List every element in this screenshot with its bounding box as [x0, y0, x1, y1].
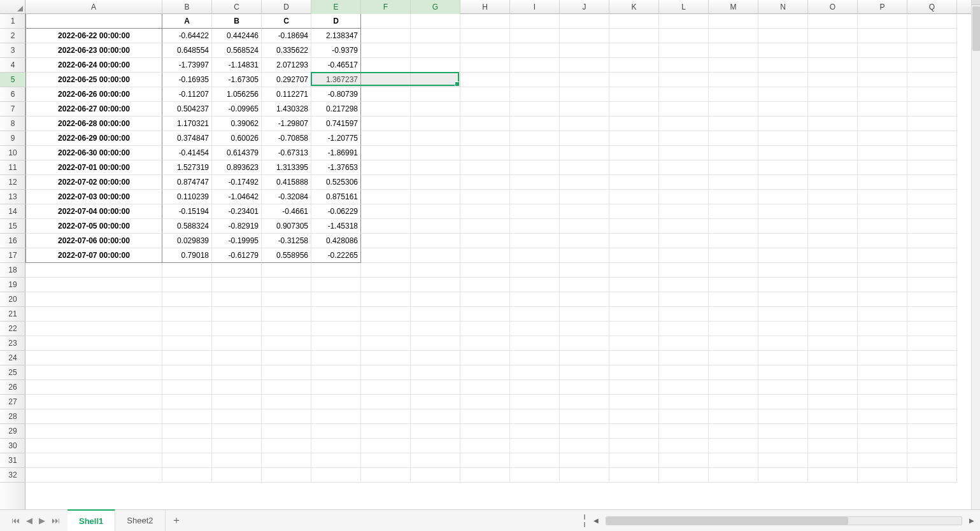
cell-I12[interactable] [510, 175, 560, 190]
cell-J12[interactable] [560, 175, 609, 190]
row-header-2[interactable]: 2 [0, 29, 25, 43]
column-header-Q[interactable]: Q [907, 0, 957, 14]
cell-A9[interactable]: 2022-06-29 00:00:00 [25, 131, 162, 146]
cell-O4[interactable] [808, 58, 858, 73]
column-header-F[interactable]: F [361, 0, 411, 14]
cell-H17[interactable] [460, 248, 510, 263]
cell-L4[interactable] [659, 58, 709, 73]
cell-I26[interactable] [510, 380, 560, 395]
cell-G10[interactable] [411, 146, 460, 160]
cell-G3[interactable] [411, 43, 460, 58]
cell-C11[interactable]: 0.893623 [212, 160, 262, 175]
cell-K21[interactable] [609, 307, 659, 322]
cell-F6[interactable] [361, 87, 411, 102]
cell-J15[interactable] [560, 219, 609, 234]
cell-O2[interactable] [808, 29, 858, 43]
cell-D14[interactable]: -0.4661 [262, 204, 311, 219]
cell-M3[interactable] [709, 43, 758, 58]
cell-O14[interactable] [808, 204, 858, 219]
cell-B19[interactable] [162, 278, 212, 292]
cell-A6[interactable]: 2022-06-26 00:00:00 [25, 87, 162, 102]
row-header-6[interactable]: 6 [0, 87, 25, 102]
cell-C2[interactable]: 0.442446 [212, 29, 262, 43]
cell-E8[interactable]: 0.741597 [311, 117, 361, 131]
cell-C10[interactable]: 0.614379 [212, 146, 262, 160]
cell-J29[interactable] [560, 424, 609, 439]
cell-K22[interactable] [609, 322, 659, 336]
cell-L28[interactable] [659, 409, 709, 424]
cell-O12[interactable] [808, 175, 858, 190]
cell-Q30[interactable] [907, 439, 957, 453]
cell-J14[interactable] [560, 204, 609, 219]
cell-D4[interactable]: 2.071293 [262, 58, 311, 73]
cell-P31[interactable] [858, 453, 907, 468]
cell-Q1[interactable] [907, 14, 957, 29]
cell-M8[interactable] [709, 117, 758, 131]
cell-D2[interactable]: -0.18694 [262, 29, 311, 43]
cell-E22[interactable] [311, 322, 361, 336]
cell-D10[interactable]: -0.67313 [262, 146, 311, 160]
cell-M12[interactable] [709, 175, 758, 190]
cell-E12[interactable]: 0.525306 [311, 175, 361, 190]
cell-C18[interactable] [212, 263, 262, 278]
cell-B14[interactable]: -0.15194 [162, 204, 212, 219]
cell-D17[interactable]: 0.558956 [262, 248, 311, 263]
cell-H30[interactable] [460, 439, 510, 453]
cell-O30[interactable] [808, 439, 858, 453]
cell-P24[interactable] [858, 351, 907, 365]
cell-C7[interactable]: -0.09965 [212, 102, 262, 117]
cell-P26[interactable] [858, 380, 907, 395]
cell-A14[interactable]: 2022-07-04 00:00:00 [25, 204, 162, 219]
cell-L23[interactable] [659, 336, 709, 351]
cell-Q13[interactable] [907, 190, 957, 204]
cell-G29[interactable] [411, 424, 460, 439]
cell-H2[interactable] [460, 29, 510, 43]
cell-F28[interactable] [361, 409, 411, 424]
cell-I27[interactable] [510, 395, 560, 409]
cell-I1[interactable] [510, 14, 560, 29]
cell-N27[interactable] [758, 395, 808, 409]
cell-H32[interactable] [460, 468, 510, 483]
cell-O26[interactable] [808, 380, 858, 395]
cell-P32[interactable] [858, 468, 907, 483]
cell-Q15[interactable] [907, 219, 957, 234]
cell-O21[interactable] [808, 307, 858, 322]
cell-P25[interactable] [858, 365, 907, 380]
cell-H6[interactable] [460, 87, 510, 102]
cell-G20[interactable] [411, 292, 460, 307]
cell-J10[interactable] [560, 146, 609, 160]
cell-K18[interactable] [609, 263, 659, 278]
cell-I32[interactable] [510, 468, 560, 483]
cell-O5[interactable] [808, 73, 858, 87]
row-header-25[interactable]: 25 [0, 365, 25, 380]
cell-A5[interactable]: 2022-06-25 00:00:00 [25, 73, 162, 87]
cell-H7[interactable] [460, 102, 510, 117]
cell-B2[interactable]: -0.64422 [162, 29, 212, 43]
cell-P30[interactable] [858, 439, 907, 453]
cell-Q17[interactable] [907, 248, 957, 263]
cell-Q19[interactable] [907, 278, 957, 292]
cell-H20[interactable] [460, 292, 510, 307]
cell-D32[interactable] [262, 468, 311, 483]
cell-B4[interactable]: -1.73997 [162, 58, 212, 73]
cell-I21[interactable] [510, 307, 560, 322]
cell-M22[interactable] [709, 322, 758, 336]
cell-I6[interactable] [510, 87, 560, 102]
cell-N9[interactable] [758, 131, 808, 146]
cell-F7[interactable] [361, 102, 411, 117]
cell-B7[interactable]: 0.504237 [162, 102, 212, 117]
row-header-23[interactable]: 23 [0, 336, 25, 351]
cell-B24[interactable] [162, 351, 212, 365]
cell-D7[interactable]: 1.430328 [262, 102, 311, 117]
cell-N13[interactable] [758, 190, 808, 204]
cell-H5[interactable] [460, 73, 510, 87]
cell-C9[interactable]: 0.60026 [212, 131, 262, 146]
cell-G6[interactable] [411, 87, 460, 102]
cell-G19[interactable] [411, 278, 460, 292]
cell-F18[interactable] [361, 263, 411, 278]
cell-G1[interactable] [411, 14, 460, 29]
cell-H3[interactable] [460, 43, 510, 58]
sheet-tab-shell1[interactable]: Shell1 [67, 509, 115, 531]
cell-C14[interactable]: -0.23401 [212, 204, 262, 219]
cell-C15[interactable]: -0.82919 [212, 219, 262, 234]
